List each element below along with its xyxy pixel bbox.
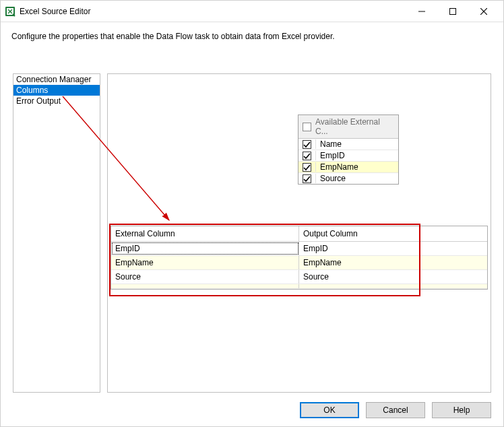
- available-external-columns: Available External C... Name EmpID EmpNa…: [298, 114, 399, 185]
- svg-rect-6: [303, 123, 311, 131]
- grid-row-empty[interactable]: [111, 284, 487, 289]
- checkbox-empid[interactable]: [303, 152, 311, 160]
- close-button[interactable]: [468, 1, 499, 22]
- sidebar-item-error-output[interactable]: Error Output: [13, 96, 100, 106]
- grid-row[interactable]: Source Source: [111, 270, 487, 284]
- available-row-empid[interactable]: EmpID: [298, 150, 398, 162]
- svg-rect-10: [303, 174, 311, 183]
- available-row-label: EmpName: [320, 162, 358, 172]
- page-sidebar: Connection Manager Columns Error Output: [13, 73, 100, 393]
- dialog-buttons: OK Cancel Help: [300, 402, 491, 418]
- available-row-label: Source: [320, 174, 346, 183]
- available-row-label: Name: [320, 139, 342, 149]
- svg-rect-8: [303, 152, 311, 160]
- window-title: Excel Source Editor: [20, 7, 406, 16]
- checkbox-source[interactable]: [303, 174, 311, 183]
- available-columns-header-label: Available External C...: [315, 117, 394, 136]
- grid-cell-output[interactable]: EmpName: [299, 256, 487, 269]
- cancel-button[interactable]: Cancel: [366, 402, 425, 418]
- grid-cell-external[interactable]: [111, 284, 299, 288]
- main-panel: Available External C... Name EmpID EmpNa…: [107, 73, 491, 393]
- workarea: Connection Manager Columns Error Output …: [13, 73, 491, 393]
- available-row-name[interactable]: Name: [298, 139, 398, 150]
- svg-line-5: [480, 8, 487, 15]
- available-row-empname[interactable]: EmpName: [298, 162, 398, 173]
- column-mapping-grid: External Column Output Column EmpID EmpI…: [111, 226, 488, 290]
- grid-header-output[interactable]: Output Column: [299, 226, 487, 241]
- app-icon: [5, 6, 15, 17]
- minimize-button[interactable]: [406, 1, 437, 22]
- checkbox-name[interactable]: [303, 140, 311, 149]
- sidebar-item-columns[interactable]: Columns: [13, 85, 100, 96]
- grid-cell-external[interactable]: Source: [111, 270, 299, 284]
- svg-rect-7: [303, 140, 311, 148]
- available-columns-header: Available External C...: [298, 115, 398, 139]
- maximize-button[interactable]: [437, 1, 468, 22]
- grid-cell-output[interactable]: EmpID: [299, 242, 487, 255]
- sidebar-item-connection-manager[interactable]: Connection Manager: [13, 74, 100, 85]
- svg-rect-3: [450, 8, 456, 14]
- available-row-label: EmpID: [320, 151, 345, 160]
- grid-cell-external[interactable]: EmpID: [111, 242, 299, 255]
- dialog-description: Configure the properties that enable the…: [1, 22, 503, 51]
- grid-cell-external[interactable]: EmpName: [111, 256, 299, 269]
- checkbox-empname[interactable]: [303, 163, 311, 172]
- available-row-source[interactable]: Source: [298, 173, 398, 184]
- select-all-checkbox[interactable]: [303, 123, 311, 131]
- grid-header-external[interactable]: External Column: [111, 226, 299, 241]
- ok-button[interactable]: OK: [300, 402, 359, 418]
- svg-line-4: [480, 8, 487, 15]
- grid-cell-output[interactable]: Source: [299, 270, 487, 284]
- grid-row[interactable]: EmpID EmpID: [111, 242, 487, 256]
- svg-rect-9: [303, 163, 311, 171]
- help-button[interactable]: Help: [432, 402, 491, 418]
- grid-row[interactable]: EmpName EmpName: [111, 256, 487, 270]
- grid-cell-output[interactable]: [299, 284, 487, 288]
- grid-header: External Column Output Column: [111, 226, 487, 242]
- titlebar: Excel Source Editor: [1, 1, 503, 22]
